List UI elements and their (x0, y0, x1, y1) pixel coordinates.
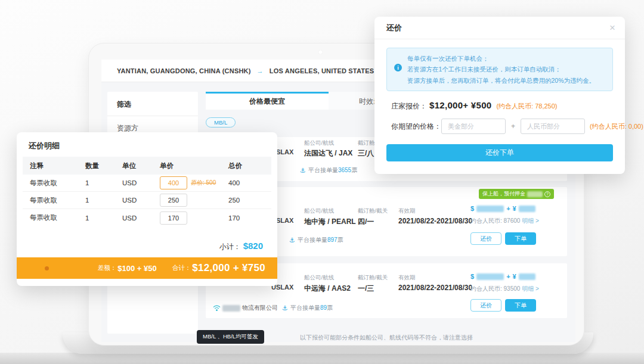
question-icon[interactable]: ? (544, 191, 550, 197)
plus-sign: + (506, 205, 510, 212)
redacted-cny-price (519, 273, 535, 280)
carrier-value: 法国达飞 / JAX (304, 148, 352, 158)
laptop-camera-dot (318, 50, 323, 54)
info-icon: i (394, 64, 402, 71)
cny-amount-input[interactable] (521, 119, 585, 134)
subtotal: 小计：$820 (219, 241, 263, 252)
tab-cheapest-price[interactable]: 价格最便宜 (206, 92, 329, 110)
platform-orders: ⚓ 平台接单量897票 (289, 236, 343, 244)
counter-offer-button[interactable]: 还价 (470, 232, 501, 245)
filter-title: 筛选 (107, 92, 198, 116)
cell-unit: USD (115, 197, 157, 204)
cell-total: 170 (222, 214, 271, 222)
cutoff-value: 三/八 (358, 148, 374, 158)
notice-line: 资源方接单后，您再取消订单，将会付此单总费用的20%为违约金。 (407, 75, 606, 86)
cell-note: 每票收取 (23, 196, 79, 205)
notice-line: 每单仅有一次还价下单机会； (407, 53, 606, 64)
cell-total: 250 (222, 197, 271, 204)
cny-approx: 约合人民币: 93500 (470, 285, 520, 292)
redacted-amount (527, 191, 543, 197)
header-total: 总价 (222, 161, 271, 170)
record-dot (45, 266, 49, 270)
cny-symbol: ¥ (513, 273, 516, 280)
redacted-usd-price (476, 273, 504, 280)
usd-symbol: $ (470, 205, 474, 212)
redacted-usd-price (476, 206, 504, 212)
cutoff-value: 一/三 (358, 284, 374, 294)
expected-price-row: 你期望的价格： + (约合人民币: 0,00) (391, 119, 625, 134)
unit-price-input[interactable] (160, 194, 187, 207)
modal-title: 还价 (386, 23, 609, 33)
detail-link[interactable]: 明细 > (522, 285, 539, 292)
original-price: 原价: 500 (191, 179, 216, 187)
place-order-button[interactable]: 下单 (505, 299, 536, 312)
price-line: $ + ¥ (470, 205, 535, 212)
unit-price-input[interactable] (160, 176, 187, 189)
cutoff-value: 四/一 (358, 217, 374, 227)
orders-label: 平台接单量3655票 (308, 166, 357, 175)
cutoff-header: 截订舱/截关 (358, 207, 388, 215)
table-row: 每票收取 1 USD 250 (23, 192, 271, 209)
ship-icon: ⚓ (282, 304, 288, 312)
modal-header: 还价 × (374, 17, 625, 39)
wifi-icon (213, 305, 221, 312)
platform-orders: ⚓ 平台接单量89票 (282, 304, 333, 312)
desk-surface (0, 353, 644, 364)
validity-value: 2021/08/22-2021/08/30 (398, 217, 472, 225)
detail-link[interactable]: 明细 > (522, 217, 539, 224)
subtotal-label: 小计： (219, 242, 241, 251)
place-order-button[interactable]: 下单 (505, 232, 536, 245)
carrier-value: 地中海 / PEARL (304, 217, 356, 227)
modal-title: 还价明细 (17, 132, 277, 157)
validity-header: 有效期 (398, 207, 416, 215)
company-line: 物流有限公司 (213, 304, 278, 312)
plus-sign: + (511, 122, 515, 130)
mbl-tag[interactable]: MB/L (206, 117, 236, 127)
close-icon[interactable]: × (609, 23, 615, 33)
totals-bar: 差额： $100 + ¥50 合计： $12,000 + ¥750 (17, 257, 277, 279)
platform-orders: ⚓ 平台接单量3655票 (300, 166, 357, 175)
subtotal-value: $820 (243, 241, 263, 251)
redacted-company-prefix (222, 305, 240, 312)
ship-icon: ⚓ (300, 167, 306, 175)
expected-price-cny: (约合人民币: 0,00) (590, 122, 643, 131)
cell-total: 400 (222, 179, 271, 186)
header-unit: 单位 (115, 161, 157, 170)
unit-price-input[interactable] (160, 211, 187, 225)
cell-unit: USD (115, 179, 157, 186)
total-value: $12,000 + ¥750 (192, 262, 265, 274)
total-label: 合计： (172, 264, 191, 272)
diff-label: 差额： (98, 264, 117, 272)
validity-value: 2021/08/22-2021/08/30 (398, 284, 472, 292)
usd-symbol: $ (470, 273, 474, 280)
counter-offer-submit-button[interactable]: 还价下单 (386, 144, 613, 161)
company-name: 物流有限公司 (242, 304, 278, 312)
cell-note: 每票收取 (23, 179, 79, 188)
cell-unit: USD (115, 214, 157, 222)
deposit-badge-label: 保上船，预付押金 (482, 190, 525, 198)
detail-table: 注释 数量 单位 单价 总价 每票收取 1 USD 原价: 500 400 每票… (23, 157, 271, 226)
dealer-quote-label: 庄家报价： (391, 101, 427, 111)
cny-approx-line: 约合人民币: 87600 明细 > (470, 217, 539, 225)
diff-value: $100 + ¥50 (117, 264, 156, 273)
deposit-badge: 保上船，预付押金 ? (479, 189, 554, 199)
cell-qty: 1 (79, 179, 115, 186)
ship-icon: ⚓ (289, 237, 295, 244)
carrier-header: 船公司/航线 (304, 139, 334, 147)
header-unit-price: 单价 (157, 161, 222, 170)
cny-approx: 约合人民币: 87600 (470, 217, 520, 224)
notice-box: i 每单仅有一次还价下单机会； 若资源方在1个工作日未接受还价，则本订单自动取消… (386, 48, 613, 91)
counter-offer-button[interactable]: 还价 (470, 299, 501, 312)
route-arrow-icon: → (257, 67, 264, 74)
validity-header: 有效期 (398, 274, 416, 282)
plus-sign: + (506, 273, 510, 280)
route-origin: YANTIAN, GUANGDONG, CHINA (CNSHK) (117, 67, 251, 74)
header-qty: 数量 (79, 161, 115, 170)
table-row: 每票收取 1 USD 原价: 500 400 (23, 175, 271, 192)
cny-symbol: ¥ (513, 205, 516, 212)
bl-issue-tooltip: MB/L 、HB/L均可签发 (197, 330, 264, 344)
cell-qty: 1 (79, 197, 115, 204)
usd-amount-input[interactable] (441, 119, 506, 134)
cny-approx-line: 约合人民币: 93500 明细 > (470, 285, 539, 293)
counter-offer-detail-modal: 还价明细 注释 数量 单位 单价 总价 每票收取 1 USD 原价: 500 4… (17, 132, 277, 286)
